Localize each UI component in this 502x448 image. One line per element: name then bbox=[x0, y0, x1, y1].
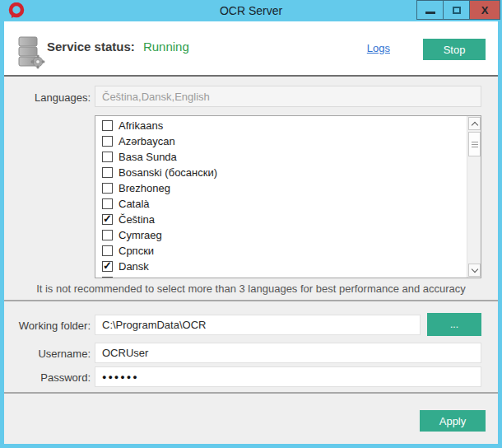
password-input[interactable] bbox=[95, 366, 481, 387]
language-row[interactable]: Dansk bbox=[95, 259, 467, 274]
language-label: Deutsch bbox=[119, 276, 158, 278]
language-label: Čeština bbox=[119, 213, 155, 226]
languages-label: Languages: bbox=[8, 91, 91, 104]
language-checkbox[interactable] bbox=[102, 167, 113, 178]
service-status-section: Service status: Running Logs Stop bbox=[4, 21, 498, 77]
language-label: Basa Sunda bbox=[119, 151, 177, 163]
window-body: Service status: Running Logs Stop Langua… bbox=[4, 21, 498, 444]
scroll-up-button[interactable] bbox=[468, 117, 481, 130]
language-checkbox[interactable] bbox=[102, 183, 113, 194]
language-row[interactable]: Српски bbox=[95, 243, 467, 259]
logs-link[interactable]: Logs bbox=[367, 42, 390, 54]
ocr-server-window: OCR Server X bbox=[0, 0, 502, 448]
footer-section: Apply bbox=[4, 395, 498, 444]
language-label: Dansk bbox=[119, 260, 149, 273]
language-checkbox[interactable] bbox=[102, 230, 113, 240]
language-row[interactable]: Brezhoneg bbox=[95, 180, 467, 196]
apply-button[interactable]: Apply bbox=[420, 410, 486, 432]
scrollbar[interactable] bbox=[467, 116, 481, 278]
titlebar: OCR Server X bbox=[0, 0, 502, 21]
browse-button[interactable]: ... bbox=[427, 313, 481, 336]
minimize-icon bbox=[425, 12, 435, 14]
language-label: Azərbaycan bbox=[119, 135, 175, 147]
maximize-button[interactable] bbox=[443, 0, 470, 20]
server-icon bbox=[14, 35, 47, 69]
language-row[interactable]: Azərbaycan bbox=[95, 133, 467, 149]
minimize-button[interactable] bbox=[416, 0, 444, 20]
language-label: Bosanski (босански) bbox=[119, 166, 217, 179]
chevron-down-icon bbox=[471, 265, 477, 272]
language-checkbox[interactable] bbox=[102, 198, 113, 209]
service-status-line: Service status: Running bbox=[47, 40, 189, 54]
password-label: Password: bbox=[8, 371, 91, 384]
language-list[interactable]: AfrikaansAzərbaycanBasa SundaBosanski (б… bbox=[95, 115, 481, 278]
scroll-down-button[interactable] bbox=[468, 264, 481, 277]
language-checkbox[interactable] bbox=[102, 136, 113, 147]
language-row[interactable]: Català bbox=[95, 196, 467, 212]
service-status-label: Service status: bbox=[47, 40, 135, 54]
service-status-value: Running bbox=[143, 40, 189, 54]
username-label: Username: bbox=[8, 348, 91, 360]
languages-section: Languages: AfrikaansAzərbaycanBasa Sunda… bbox=[4, 78, 498, 301]
language-checkbox[interactable] bbox=[102, 277, 113, 278]
language-row[interactable]: Cymraeg bbox=[95, 227, 467, 243]
language-checkbox[interactable] bbox=[102, 214, 113, 225]
working-folder-input[interactable] bbox=[95, 315, 421, 335]
grip-icon bbox=[472, 144, 478, 145]
stop-button[interactable]: Stop bbox=[423, 39, 486, 60]
language-checkbox[interactable] bbox=[102, 261, 113, 272]
language-row[interactable]: Basa Sunda bbox=[95, 149, 467, 165]
language-label: Cymraeg bbox=[119, 229, 162, 241]
language-row[interactable]: Afrikaans bbox=[95, 118, 467, 133]
close-icon: X bbox=[481, 4, 489, 16]
language-label: Српски bbox=[119, 245, 154, 257]
language-row[interactable]: Čeština bbox=[95, 212, 467, 227]
settings-section: Working folder: ... Username: Password: bbox=[4, 303, 498, 394]
window-controls: X bbox=[416, 0, 500, 20]
language-row[interactable]: Bosanski (босански) bbox=[95, 165, 467, 180]
language-checkbox[interactable] bbox=[102, 152, 113, 162]
language-checkbox[interactable] bbox=[102, 120, 113, 131]
username-input[interactable] bbox=[95, 343, 481, 363]
language-checkbox[interactable] bbox=[102, 245, 113, 256]
language-label: Brezhoneg bbox=[119, 182, 170, 194]
language-label: Català bbox=[119, 198, 150, 210]
language-row[interactable]: Deutsch bbox=[95, 274, 467, 278]
languages-summary-input bbox=[95, 86, 481, 107]
scrollbar-thumb[interactable] bbox=[468, 132, 481, 156]
close-button[interactable]: X bbox=[469, 0, 500, 20]
chevron-up-icon bbox=[471, 121, 477, 128]
language-rows: AfrikaansAzərbaycanBasa SundaBosanski (б… bbox=[95, 118, 467, 278]
working-folder-label: Working folder: bbox=[8, 320, 91, 332]
maximize-icon bbox=[453, 7, 461, 14]
language-label: Afrikaans bbox=[119, 119, 163, 132]
languages-note: It is not recommended to select more tha… bbox=[4, 282, 498, 295]
